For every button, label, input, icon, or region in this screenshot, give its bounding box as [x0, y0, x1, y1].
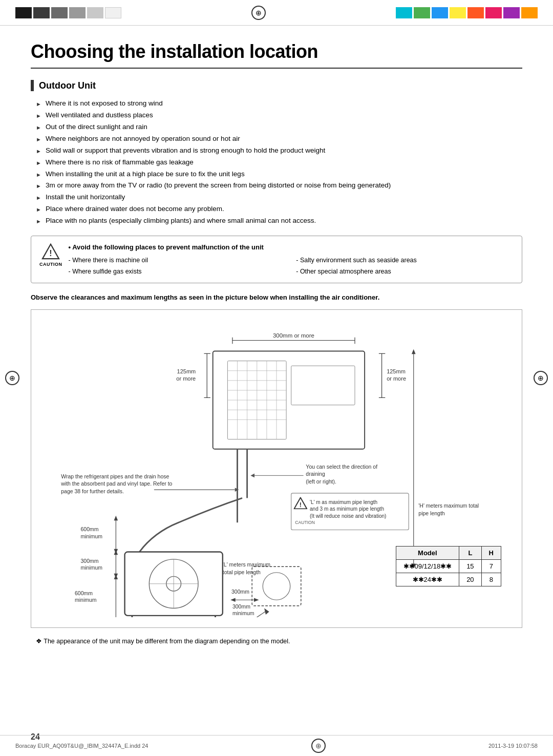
- color-swatch-orange: [467, 7, 484, 18]
- color-swatch-4: [69, 7, 86, 18]
- svg-text:draining: draining: [306, 471, 325, 477]
- table-row: ✱✱24✱✱ 20 8: [396, 573, 501, 586]
- diagram-box: 300mm or more 125mm or more 125mm or mor…: [31, 309, 522, 628]
- svg-text:and 3 m as minimum pipe length: and 3 m as minimum pipe length: [310, 507, 384, 512]
- bullet-icon: ►: [36, 135, 41, 144]
- svg-text:pipe length: pipe length: [418, 510, 445, 516]
- color-blocks-left: [15, 7, 121, 18]
- color-swatch-1: [15, 7, 32, 18]
- color-swatch-blue: [432, 7, 448, 18]
- list-item: ► When installing the unit at a high pla…: [36, 169, 522, 180]
- section-bar: [31, 80, 34, 91]
- svg-text:!: !: [300, 501, 302, 509]
- table-cell-l-2: 20: [459, 573, 481, 586]
- outdoor-bullet-list: ► Where it is not exposed to strong wind…: [31, 98, 522, 226]
- svg-marker-41: [250, 474, 254, 478]
- right-compass-icon: ⊕: [534, 371, 548, 385]
- list-item: ► Solid wall or support that prevents vi…: [36, 145, 522, 156]
- bottom-bar: Boracay EUR_AQ09T&U@_IBIM_32447A_E.indd …: [0, 735, 553, 756]
- color-swatch-pink: [485, 7, 502, 18]
- compass-icon: ⊕: [251, 6, 266, 20]
- list-item: ► Where neighbors are not annoyed by ope…: [36, 134, 522, 144]
- caution-content: • Avoid the following places to prevent …: [69, 242, 514, 277]
- page-content: Choosing the installation location Outdo…: [0, 26, 553, 676]
- caution-box: ! CAUTION • Avoid the following places t…: [31, 236, 522, 283]
- svg-text:Wrap the refrigerant pipes and: Wrap the refrigerant pipes and the drain…: [61, 474, 169, 480]
- svg-text:minimum: minimum: [81, 564, 103, 571]
- left-compass-icon: ⊕: [5, 371, 19, 385]
- svg-marker-55: [114, 516, 118, 521]
- svg-text:125mm: 125mm: [177, 368, 196, 374]
- svg-text:You can select the direction o: You can select the direction of: [306, 464, 377, 470]
- bullet-icon: ►: [36, 194, 41, 202]
- bullet-icon: ►: [36, 100, 41, 109]
- svg-text:CAUTION: CAUTION: [295, 520, 315, 525]
- color-swatch-purple: [503, 7, 520, 18]
- svg-text:page 38 for further details.: page 38 for further details.: [61, 488, 124, 494]
- color-swatch-amber: [521, 7, 538, 18]
- color-swatch-3: [51, 7, 68, 18]
- diagram-svg-area: 300mm or more 125mm or more 125mm or mor…: [41, 320, 512, 617]
- bullet-icon: ►: [36, 159, 41, 167]
- model-table: Model L H ✱✱09/12/18✱✱ 15 7 ✱✱24✱✱ 20 8: [396, 546, 501, 586]
- svg-text:minimum: minimum: [75, 597, 97, 603]
- svg-text:or more: or more: [176, 375, 196, 382]
- svg-point-87: [263, 573, 290, 600]
- svg-text:minimum: minimum: [232, 610, 254, 616]
- svg-text:300mm: 300mm: [81, 558, 99, 564]
- bullet-icon: ►: [36, 182, 41, 191]
- bullet-icon: ►: [36, 205, 41, 214]
- bullet-icon: ►: [36, 217, 41, 226]
- table-row: ✱✱09/12/18✱✱ 15 7: [396, 560, 501, 573]
- caution-item-2: - Salty environment such as seaside area…: [296, 255, 514, 265]
- color-swatch-cyan: [396, 7, 412, 18]
- svg-text:'L' m as maximum pipe length: 'L' m as maximum pipe length: [310, 499, 377, 505]
- caution-label: CAUTION: [39, 261, 62, 268]
- section-heading-text: Outdoor Unit: [39, 80, 96, 91]
- bold-instruction: Observe the clearances and maximum lengt…: [31, 292, 522, 303]
- table-cell-l-1: 15: [459, 560, 481, 573]
- color-swatch-2: [33, 7, 50, 18]
- list-item: ► Out of the direct sunlight and rain: [36, 122, 522, 133]
- svg-marker-60: [114, 550, 118, 555]
- list-item: ► Place where drained water does not bec…: [36, 204, 522, 215]
- table-cell-h-2: 8: [481, 573, 501, 586]
- color-swatch-yellow: [450, 7, 466, 18]
- list-item: ► Place with no plants (especially climb…: [36, 216, 522, 226]
- svg-marker-52: [412, 349, 416, 354]
- svg-text:total pipe length: total pipe length: [223, 569, 261, 575]
- svg-text:300mm: 300mm: [232, 603, 250, 610]
- svg-marker-80: [254, 598, 259, 602]
- page-title: Choosing the installation location: [31, 41, 522, 69]
- caution-item-3: - Where sulfide gas exists: [69, 266, 286, 277]
- section-heading-outdoor: Outdoor Unit: [31, 80, 522, 91]
- color-swatch-green: [414, 7, 430, 18]
- bottom-compass-icon: ⊕: [311, 739, 326, 753]
- bullet-icon: ►: [36, 147, 41, 156]
- table-header-h: H: [481, 547, 501, 560]
- color-swatch-6: [105, 7, 121, 18]
- table-cell-model-1: ✱✱09/12/18✱✱: [396, 560, 459, 573]
- svg-text:'H' meters maximum total: 'H' meters maximum total: [418, 503, 479, 509]
- footer-note: ❖ The appearance of the unit may be diff…: [31, 637, 522, 645]
- svg-text:600mm: 600mm: [81, 527, 99, 533]
- compass-center: ⊕: [121, 6, 396, 20]
- color-swatch-5: [87, 7, 103, 18]
- svg-text:(It will reduce noise and vibr: (It will reduce noise and vibration): [310, 513, 386, 519]
- caution-triangle-icon: !: [41, 243, 60, 260]
- svg-text:with the absorbent pad and vin: with the absorbent pad and vinyl tape. R…: [60, 481, 172, 487]
- svg-text:600mm: 600mm: [75, 590, 93, 596]
- caution-title: • Avoid the following places to prevent …: [69, 242, 514, 253]
- svg-text:(left or right).: (left or right).: [306, 478, 336, 485]
- top-bar: ⊕: [0, 0, 553, 26]
- left-compass: ⊕: [5, 371, 19, 385]
- list-item: ► Where it is not exposed to strong wind: [36, 98, 522, 109]
- color-blocks-right: [396, 7, 538, 18]
- svg-text:or more: or more: [387, 375, 406, 382]
- caution-item-4: - Other special atmosphere areas: [296, 266, 514, 277]
- bullet-icon: ►: [36, 123, 41, 132]
- list-item: ► Install the unit horizontally: [36, 192, 522, 203]
- svg-marker-74: [114, 575, 118, 580]
- svg-marker-89: [264, 608, 269, 615]
- list-item: ► 3m or more away from the TV or radio (…: [36, 180, 522, 191]
